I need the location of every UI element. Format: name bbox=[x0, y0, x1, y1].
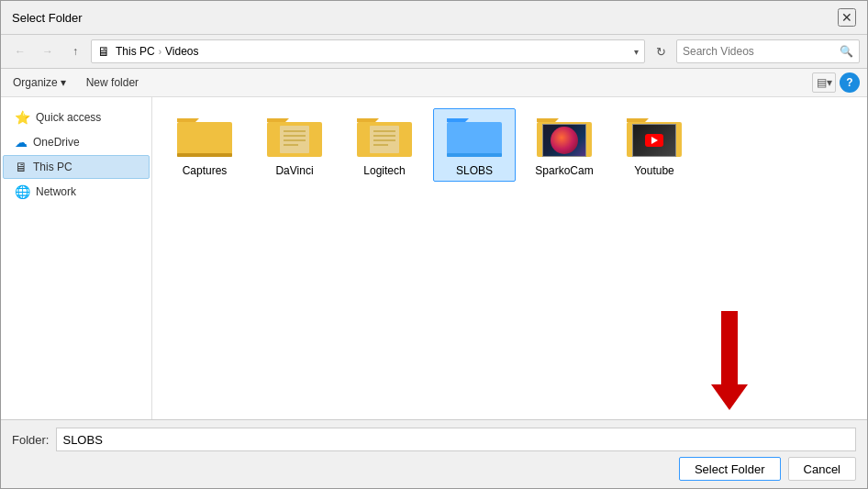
file-area: Captures DaVinci bbox=[152, 97, 867, 419]
svg-rect-0 bbox=[177, 122, 232, 157]
sidebar-item-network[interactable]: 🌐 Network bbox=[3, 180, 150, 204]
search-icon: 🔍 bbox=[840, 45, 853, 58]
folder-captures-label: Captures bbox=[183, 164, 228, 177]
sparkocam-figure bbox=[551, 127, 578, 154]
cancel-button[interactable]: Cancel bbox=[788, 457, 856, 481]
folder-davinci[interactable]: DaVinci bbox=[253, 108, 336, 182]
organize-button[interactable]: Organize ▾ bbox=[8, 73, 71, 92]
yt-triangle bbox=[651, 137, 658, 144]
svg-rect-9 bbox=[370, 126, 399, 153]
sparkocam-overlay bbox=[542, 124, 586, 157]
main-content: ⭐ Quick access ☁ OneDrive 🖥 This PC 🌐 Ne… bbox=[1, 97, 867, 419]
quick-access-icon: ⭐ bbox=[15, 110, 30, 125]
bottom-bar: Folder: Select Folder Cancel bbox=[1, 419, 867, 488]
onedrive-icon: ☁ bbox=[15, 135, 28, 150]
folder-davinci-icon bbox=[265, 113, 324, 161]
folder-sparkocam-icon bbox=[535, 113, 594, 161]
search-input[interactable] bbox=[683, 45, 836, 58]
up-button[interactable]: ↑ bbox=[63, 40, 87, 62]
bottom-buttons: Select Folder Cancel bbox=[12, 457, 856, 481]
sidebar-label-this-pc: This PC bbox=[33, 161, 72, 173]
nav-bar: ← → ↑ 🖥 This PC › Videos ▾ ↻ 🔍 bbox=[1, 35, 867, 69]
folder-youtube-label: Youtube bbox=[634, 164, 674, 177]
new-folder-button[interactable]: New folder bbox=[82, 73, 143, 92]
view-chevron: ▾ bbox=[827, 76, 832, 89]
folder-captures[interactable]: Captures bbox=[163, 108, 246, 182]
address-part-thispc: This PC bbox=[116, 45, 155, 58]
back-button[interactable]: ← bbox=[8, 40, 32, 62]
refresh-button[interactable]: ↻ bbox=[649, 39, 673, 63]
folder-youtube[interactable]: Youtube bbox=[613, 108, 696, 182]
sidebar-label-onedrive: OneDrive bbox=[33, 136, 80, 149]
svg-rect-1 bbox=[177, 153, 232, 157]
svg-rect-15 bbox=[447, 153, 502, 157]
folder-davinci-label: DaVinci bbox=[275, 164, 313, 177]
folder-youtube-icon bbox=[625, 113, 684, 161]
folder-davinci-svg bbox=[265, 113, 324, 161]
sidebar-item-onedrive[interactable]: ☁ OneDrive bbox=[3, 130, 150, 154]
folder-captures-icon bbox=[175, 113, 234, 161]
youtube-overlay bbox=[632, 124, 676, 157]
address-bar[interactable]: 🖥 This PC › Videos ▾ bbox=[91, 39, 645, 63]
folder-slobs-icon bbox=[445, 113, 504, 161]
new-folder-label: New folder bbox=[86, 76, 139, 89]
folder-slobs-svg bbox=[445, 113, 504, 161]
sidebar-label-network: Network bbox=[36, 185, 76, 198]
select-folder-button[interactable]: Select Folder bbox=[679, 457, 781, 481]
dialog-title: Select Folder bbox=[12, 11, 83, 25]
search-box[interactable]: 🔍 bbox=[676, 39, 860, 63]
address-dropdown-icon[interactable]: ▾ bbox=[634, 47, 639, 57]
select-folder-dialog: Select Folder ✕ ← → ↑ 🖥 This PC › Videos… bbox=[0, 0, 868, 489]
sidebar-label-quick-access: Quick access bbox=[36, 111, 101, 124]
folder-sparkocam-label: SparkoCam bbox=[535, 164, 593, 177]
folder-slobs[interactable]: SLOBS bbox=[433, 108, 516, 182]
folder-field-label: Folder: bbox=[12, 433, 49, 447]
folder-logitech-icon bbox=[355, 113, 414, 161]
forward-button[interactable]: → bbox=[36, 40, 60, 62]
folder-sparkocam[interactable]: SparkoCam bbox=[523, 108, 606, 182]
view-icon: ▤ bbox=[817, 76, 827, 89]
toolbar: Organize ▾ New folder ▤ ▾ ? bbox=[1, 69, 867, 97]
folder-logitech[interactable]: Logitech bbox=[343, 108, 426, 182]
this-pc-icon: 🖥 bbox=[15, 160, 28, 174]
address-pc-icon: 🖥 bbox=[97, 44, 110, 59]
help-button[interactable]: ? bbox=[840, 72, 860, 93]
close-button[interactable]: ✕ bbox=[838, 8, 856, 27]
organize-label: Organize bbox=[13, 76, 58, 89]
network-icon: 🌐 bbox=[15, 184, 30, 199]
sidebar-item-quick-access[interactable]: ⭐ Quick access bbox=[3, 106, 150, 129]
svg-rect-3 bbox=[280, 126, 309, 153]
view-button[interactable]: ▤ ▾ bbox=[812, 72, 836, 93]
yt-play-icon bbox=[645, 134, 663, 147]
folder-logitech-svg bbox=[355, 113, 414, 161]
address-part-videos: Videos bbox=[165, 45, 198, 58]
folder-input[interactable] bbox=[56, 428, 856, 451]
folder-captures-svg bbox=[175, 113, 234, 161]
organize-chevron: ▾ bbox=[61, 76, 66, 89]
title-bar: Select Folder ✕ bbox=[1, 1, 867, 35]
address-path: This PC › Videos bbox=[116, 45, 199, 58]
sidebar-item-this-pc[interactable]: 🖥 This PC bbox=[3, 155, 150, 179]
sidebar: ⭐ Quick access ☁ OneDrive 🖥 This PC 🌐 Ne… bbox=[1, 97, 152, 419]
folder-field: Folder: bbox=[12, 428, 856, 451]
folder-slobs-label: SLOBS bbox=[456, 164, 493, 177]
folder-logitech-label: Logitech bbox=[363, 164, 405, 177]
address-chevron: › bbox=[159, 47, 161, 57]
svg-rect-14 bbox=[447, 122, 502, 157]
